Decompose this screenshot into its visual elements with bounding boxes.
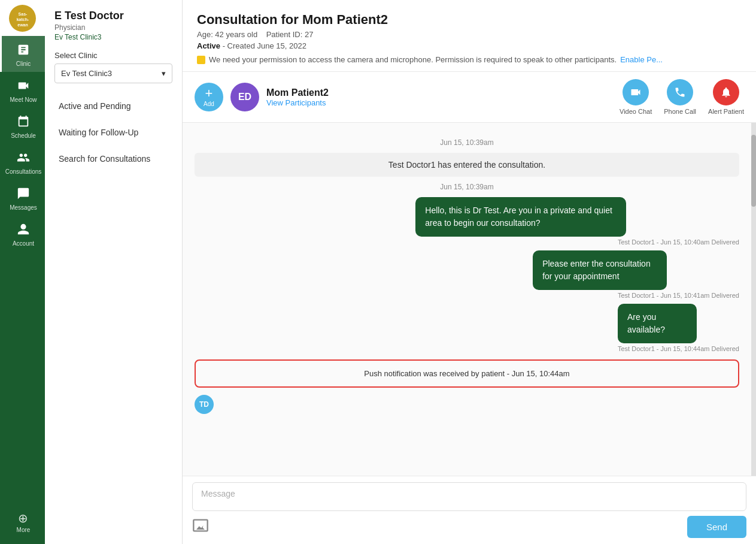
avatar-initials: ED bbox=[238, 92, 251, 102]
view-participants-link[interactable]: View Participants bbox=[266, 98, 612, 107]
consultations-icon bbox=[17, 151, 30, 166]
alert-patient-label: Alert Patient bbox=[708, 108, 744, 115]
system-message: Test Doctor1 has entered the consultatio… bbox=[195, 153, 739, 177]
sidebar-logo: Sas- katch- ewan bbox=[0, 0, 45, 36]
permission-text: We need your permission to access the ca… bbox=[209, 55, 617, 64]
svg-text:katch-: katch- bbox=[16, 17, 29, 22]
consultation-meta: Age: 42 years old Patient ID: 27 bbox=[197, 30, 742, 39]
send-button[interactable]: Send bbox=[687, 516, 746, 538]
meetnow-icon bbox=[17, 79, 30, 94]
chat-area: Jun 15, 10:39am Test Doctor1 has entered… bbox=[183, 123, 751, 476]
chat-meta-2: Test Doctor1 - Jun 15, 10:41am Delivered bbox=[533, 292, 739, 299]
chat-bubble-1: Hello, this is Dr Test. Are you in a pri… bbox=[415, 197, 626, 237]
doctor-name: E Test Doctor bbox=[54, 10, 172, 22]
nav-item-active-pending[interactable]: Active and Pending bbox=[45, 93, 182, 119]
video-chat-button[interactable]: Video Chat bbox=[620, 79, 652, 115]
participant-bar: + Add ED Mom Patient2 View Participants … bbox=[183, 72, 756, 123]
consultation-header: Consultation for Mom Patient2 Age: 42 ye… bbox=[183, 0, 756, 72]
nav-menu: Active and Pending Waiting for Follow-Up… bbox=[45, 93, 182, 172]
message-actions: Send bbox=[192, 516, 746, 538]
doctor-info: E Test Doctor Physician Ev Test Clinic3 bbox=[45, 10, 182, 51]
more-icon: ⊕ bbox=[18, 512, 28, 524]
consultation-title: Consultation for Mom Patient2 bbox=[197, 12, 742, 28]
td-initials: TD bbox=[199, 400, 209, 409]
patient-name: Mom Patient2 bbox=[266, 87, 612, 98]
schedule-icon bbox=[17, 115, 30, 130]
message-input[interactable]: Message bbox=[192, 482, 746, 511]
patient-id: Patient ID: 27 bbox=[266, 30, 314, 39]
messages-icon bbox=[17, 187, 30, 202]
sidebar-item-label-schedule: Schedule bbox=[11, 132, 36, 139]
permission-banner: We need your permission to access the ca… bbox=[197, 55, 742, 64]
patient-info: Mom Patient2 View Participants bbox=[266, 87, 612, 107]
doctor-role: Physician bbox=[54, 23, 172, 32]
timestamp-2: Jun 15, 10:39am bbox=[195, 183, 739, 191]
enable-permissions-link[interactable]: Enable Pe... bbox=[620, 55, 663, 64]
chat-message-1: Hello, this is Dr Test. Are you in a pri… bbox=[195, 197, 739, 246]
message-area: Message Send bbox=[183, 476, 756, 544]
td-avatar: TD bbox=[195, 395, 214, 414]
sidebar-item-label-meetnow: Meet Now bbox=[10, 96, 37, 103]
status-separator: - bbox=[223, 41, 227, 50]
left-panel: E Test Doctor Physician Ev Test Clinic3 … bbox=[45, 0, 183, 544]
svg-text:ewan: ewan bbox=[17, 23, 28, 27]
phone-call-icon bbox=[667, 79, 693, 105]
td-avatar-row: TD bbox=[195, 395, 739, 414]
sidebar-item-schedule[interactable]: Schedule bbox=[0, 108, 45, 144]
action-buttons: Video Chat Phone Call Alert Patient bbox=[620, 79, 744, 115]
chat-bubble-2: Please enter the consultation for your a… bbox=[533, 250, 667, 290]
alert-patient-button[interactable]: Alert Patient bbox=[708, 79, 744, 115]
select-clinic-label: Select Clinic bbox=[45, 51, 182, 60]
sidebar-nav: Clinic Meet Now Schedule Consultations M… bbox=[0, 36, 45, 505]
nav-item-waiting-followup[interactable]: Waiting for Follow-Up bbox=[45, 119, 182, 146]
consultation-status: Active - Created June 15, 2022 bbox=[197, 41, 742, 50]
sidebar-item-label-account: Account bbox=[13, 240, 34, 247]
status-badge: Active bbox=[197, 41, 220, 50]
chat-text-1: Hello, this is Dr Test. Are you in a pri… bbox=[425, 205, 612, 228]
add-participant-button[interactable]: + Add bbox=[195, 83, 223, 111]
created-date: Created June 15, 2022 bbox=[227, 41, 306, 50]
account-icon bbox=[17, 223, 30, 238]
chat-bubble-3: Are you available? bbox=[618, 304, 697, 343]
patient-avatar: ED bbox=[230, 83, 259, 111]
sidebar: Sas- katch- ewan Clinic Meet Now Schedul… bbox=[0, 0, 45, 544]
sidebar-item-account[interactable]: Account bbox=[0, 216, 45, 252]
clinic-select-value: Ev Test Clinic3 bbox=[61, 69, 112, 78]
timestamp-1: Jun 15, 10:39am bbox=[195, 138, 739, 147]
chat-meta-1: Test Doctor1 - Jun 15, 10:40am Delivered bbox=[415, 238, 739, 246]
plus-icon: + bbox=[205, 87, 213, 100]
chat-text-3: Are you available? bbox=[627, 312, 665, 334]
sidebar-item-label-messages: Messages bbox=[10, 204, 37, 211]
svg-text:Sas-: Sas- bbox=[18, 12, 27, 16]
sidebar-item-label-more: More bbox=[17, 527, 31, 533]
scrollbar-thumb[interactable] bbox=[751, 135, 756, 207]
doctor-clinic-name: Ev Test Clinic3 bbox=[54, 33, 172, 41]
chat-scrollbar[interactable] bbox=[751, 123, 756, 476]
saskatchewan-logo: Sas- katch- ewan bbox=[9, 5, 36, 32]
sidebar-bottom: ⊕ More bbox=[15, 505, 31, 544]
sidebar-item-label-clinic: Clinic bbox=[16, 61, 31, 67]
clinic-select[interactable]: Ev Test Clinic3 ▾ bbox=[54, 64, 172, 83]
chat-meta-3: Test Doctor1 - Jun 15, 10:44am Delivered bbox=[618, 345, 739, 352]
chevron-down-icon: ▾ bbox=[162, 69, 166, 78]
main-content: Consultation for Mom Patient2 Age: 42 ye… bbox=[183, 0, 756, 544]
image-attachment-icon[interactable] bbox=[192, 517, 209, 537]
phone-call-button[interactable]: Phone Call bbox=[664, 79, 696, 115]
notification-text: Push notification was received by patien… bbox=[364, 369, 569, 378]
phone-call-label: Phone Call bbox=[664, 108, 696, 115]
alert-patient-icon bbox=[713, 79, 739, 105]
chat-text-2: Please enter the consultation for your a… bbox=[542, 259, 651, 281]
nav-item-search-consultations[interactable]: Search for Consultations bbox=[45, 146, 182, 172]
sidebar-item-more[interactable]: ⊕ More bbox=[15, 505, 31, 538]
message-placeholder: Message bbox=[201, 489, 235, 498]
sidebar-item-label-consultations: Consultations bbox=[5, 168, 42, 175]
sidebar-item-clinic[interactable]: Clinic bbox=[0, 36, 45, 72]
chat-message-3: Are you available? Test Doctor1 - Jun 15… bbox=[195, 304, 739, 352]
notification-box: Push notification was received by patien… bbox=[195, 359, 739, 388]
sidebar-item-consultations[interactable]: Consultations bbox=[0, 144, 45, 180]
sidebar-item-meetnow[interactable]: Meet Now bbox=[0, 72, 45, 108]
patient-age: Age: 42 years old bbox=[197, 30, 257, 39]
clinic-icon bbox=[17, 43, 30, 58]
sidebar-item-messages[interactable]: Messages bbox=[0, 180, 45, 216]
add-label: Add bbox=[204, 101, 214, 107]
